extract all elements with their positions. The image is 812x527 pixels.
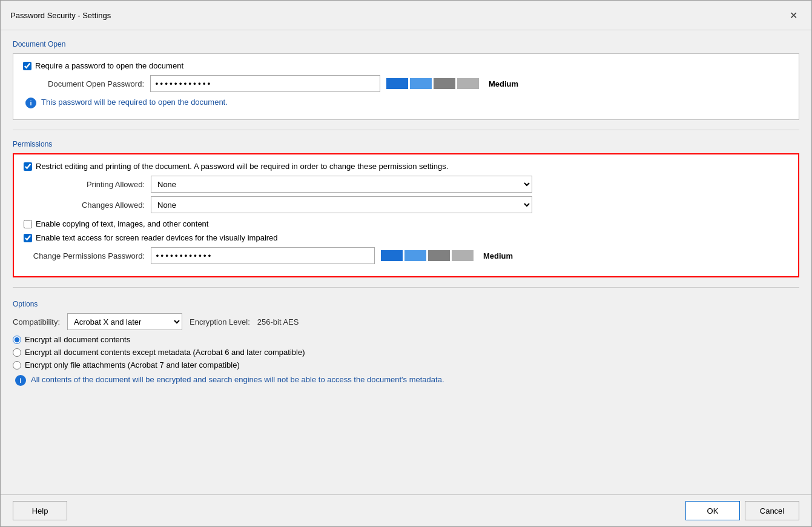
encrypt-attachments-label: Encrypt only file attachments (Acrobat 7… [25, 360, 240, 370]
info-icon-open: i [25, 98, 36, 108]
dialog-title: Password Security - Settings [10, 11, 111, 20]
compatibility-row: Compatibility: Acrobat 3 and later Acrob… [13, 313, 799, 330]
encrypt-attachments-label-text: Encrypt only file attachments (Acrobat 7… [25, 360, 240, 370]
strength-bars-open [386, 78, 479, 89]
footer-right-buttons: OK Cancel [685, 501, 799, 520]
strength-label-open: Medium [489, 79, 518, 88]
printing-allowed-select[interactable]: None Low Resolution (150 dpi) High Resol… [151, 176, 532, 193]
strength-bar-1 [386, 78, 408, 89]
options-info-row: i All contents of the document will be e… [15, 374, 799, 386]
perm-strength-bar-1 [381, 250, 403, 261]
info-icon-options: i [15, 375, 26, 386]
perm-strength-bar-2 [404, 250, 426, 261]
permissions-password-input[interactable] [151, 247, 375, 264]
encrypt-all-radio[interactable] [13, 336, 21, 344]
help-button[interactable]: Help [13, 501, 67, 520]
close-button[interactable]: ✕ [785, 7, 802, 24]
document-open-section: Document Open Require a password to open… [13, 40, 799, 120]
dialog-footer: Help OK Cancel [1, 494, 811, 526]
cancel-button[interactable]: Cancel [745, 501, 799, 520]
perm-strength-bar-3 [428, 250, 450, 261]
options-header: Options [13, 300, 799, 308]
permissions-box: Restrict editing and printing of the doc… [13, 153, 799, 277]
restrict-editing-checkbox[interactable] [24, 162, 32, 171]
encryption-level-value: 256-bit AES [257, 317, 299, 326]
strength-bar-2 [410, 78, 432, 89]
printing-allowed-row: Printing Allowed: None Low Resolution (1… [24, 176, 788, 193]
ok-button[interactable]: OK [685, 501, 740, 520]
printing-allowed-label: Printing Allowed: [24, 180, 145, 189]
document-open-header: Document Open [13, 40, 799, 48]
restrict-checkbox-row: Restrict editing and printing of the doc… [24, 162, 788, 171]
options-info-text: All contents of the document will be enc… [31, 374, 444, 385]
require-password-label: Require a password to open the document [35, 61, 183, 70]
restrict-editing-label: Restrict editing and printing of the doc… [36, 162, 448, 171]
encrypt-except-radio[interactable] [13, 348, 21, 357]
enable-copy-checkbox[interactable] [24, 220, 32, 228]
screen-reader-label: Enable text access for screen reader dev… [36, 233, 278, 242]
encrypt-all-label-text: Encrypt all document contents [25, 335, 130, 344]
compatibility-select[interactable]: Acrobat 3 and later Acrobat 5 and later … [67, 313, 182, 330]
document-open-password-label: Document Open Password: [23, 79, 144, 88]
separator-1 [13, 130, 799, 130]
strength-label-permissions: Medium [483, 251, 513, 260]
require-password-checkbox[interactable] [23, 62, 31, 70]
dialog-content: Document Open Require a password to open… [1, 30, 811, 494]
permissions-section: Permissions Restrict editing and printin… [13, 140, 799, 277]
enable-copy-label: Enable copying of text, images, and othe… [36, 219, 208, 228]
changes-allowed-label: Changes Allowed: [24, 201, 145, 210]
permissions-password-row: Change Permissions Password: Medium [24, 247, 788, 264]
screen-reader-checkbox[interactable] [24, 234, 32, 242]
changes-allowed-select[interactable]: None Inserting, deleting, and rotating p… [151, 196, 532, 213]
password-security-dialog: Password Security - Settings ✕ Document … [0, 0, 812, 527]
close-icon: ✕ [790, 10, 797, 21]
document-open-info-text: This password will be required to open t… [41, 97, 228, 108]
changes-allowed-row: Changes Allowed: None Inserting, deletin… [24, 196, 788, 213]
encrypt-except-row: Encrypt all document contents except met… [13, 348, 799, 357]
title-bar: Password Security - Settings ✕ [1, 1, 811, 30]
document-open-box: Require a password to open the document … [13, 53, 799, 120]
encrypt-attachments-radio[interactable] [13, 361, 21, 370]
permissions-header: Permissions [13, 140, 799, 148]
strength-bar-3 [434, 78, 455, 89]
document-open-info-row: i This password will be required to open… [25, 97, 789, 108]
require-password-row: Require a password to open the document [23, 61, 789, 70]
strength-bar-4 [457, 78, 479, 89]
encrypt-except-label: Encrypt all document contents except met… [25, 348, 305, 357]
separator-2 [13, 287, 799, 288]
encrypt-all-label: Encrypt all document contents [25, 335, 130, 344]
compatibility-label: Compatibility: [13, 317, 60, 326]
document-open-password-input[interactable] [150, 75, 380, 92]
encrypt-except-label-text: Encrypt all document contents except met… [25, 348, 305, 357]
options-section: Options Compatibility: Acrobat 3 and lat… [13, 300, 799, 389]
strength-bars-permissions [381, 250, 474, 261]
screen-reader-row: Enable text access for screen reader dev… [24, 233, 788, 242]
document-open-password-row: Document Open Password: Medium [23, 75, 789, 92]
encrypt-attachments-row: Encrypt only file attachments (Acrobat 7… [13, 360, 799, 370]
perm-strength-bar-4 [452, 250, 474, 261]
encrypt-all-row: Encrypt all document contents [13, 335, 799, 344]
permissions-password-label: Change Permissions Password: [24, 251, 145, 260]
copy-content-row: Enable copying of text, images, and othe… [24, 219, 788, 228]
encryption-level-label: Encryption Level: [190, 317, 250, 326]
